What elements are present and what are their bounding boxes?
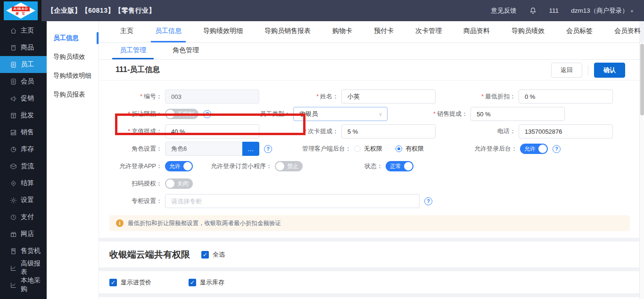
help-icon[interactable]: ? <box>424 197 432 205</box>
user-menu[interactable]: dzm13（商户登录）∨ <box>571 7 634 15</box>
sales-commission-label: *销售提成： <box>388 110 468 118</box>
sidebar-item-goods[interactable]: 商品 <box>0 39 47 56</box>
help-icon[interactable]: ? <box>264 145 272 153</box>
subsidebar-item[interactable]: 员工信息 <box>47 29 99 48</box>
allow-app-toggle[interactable]: 允许 <box>165 161 193 171</box>
subtab-item[interactable]: 员工管理 <box>112 43 154 59</box>
sidebar-item-online-store[interactable]: 网店 <box>0 226 47 242</box>
vertical-scrollbar[interactable] <box>639 42 644 299</box>
recharge-commission-input[interactable] <box>165 124 259 138</box>
employee-type-label: 员工类型： <box>211 110 290 118</box>
sidebar-item-vending-machine[interactable]: 售货机 <box>0 242 47 259</box>
sidebar-item-member[interactable]: 会员 <box>0 73 47 90</box>
radio-icon <box>396 145 402 152</box>
tab-item[interactable]: 员工信息 <box>151 21 186 42</box>
sidebar-item-promotion[interactable]: 促销 <box>0 90 47 107</box>
section-divider <box>99 293 639 297</box>
sidebar-item-wholesale[interactable]: 批发 <box>0 107 47 124</box>
sidebar-item-inventory[interactable]: 库存 <box>0 141 47 158</box>
tab-item[interactable]: 导购绩效明细 <box>199 21 247 42</box>
sidebar-item-label: 货流 <box>21 162 34 170</box>
bell-icon[interactable] <box>529 7 537 15</box>
times-card-commission-input[interactable] <box>341 124 436 138</box>
sidebar-item-settlement[interactable]: 结算 <box>0 175 47 192</box>
aibao-logo[interactable]: AIBAO 爱 宝 <box>4 1 38 20</box>
name-input[interactable] <box>341 89 436 104</box>
sales-icon <box>10 129 17 136</box>
sub-tab-bar: 员工管理 角色管理 <box>99 43 639 60</box>
employee-type-select[interactable]: 收银员∨ <box>293 107 388 121</box>
section-divider <box>99 238 639 242</box>
permission-checkbox[interactable]: ✓ 显示库存 <box>189 278 268 287</box>
cloud-select-all[interactable]: ✓ 全选 <box>201 251 225 259</box>
sidebar-item-sales[interactable]: 销售 <box>0 124 47 141</box>
subsidebar-item[interactable]: 导购员报表 <box>47 85 99 104</box>
sidebar-item-label: 结算 <box>21 179 34 187</box>
sidebar-item-label: 会员 <box>21 77 34 86</box>
allow-app-label: 允许登录APP： <box>109 162 162 170</box>
allow-backend-toggle[interactable]: 允许 <box>520 144 548 154</box>
sidebar-item-home[interactable]: 主页 <box>0 22 47 39</box>
role-label: 角色设置： <box>109 145 162 153</box>
scrollbar-thumb[interactable] <box>640 44 644 115</box>
min-discount-input[interactable] <box>519 89 613 104</box>
role-picker-button[interactable]: … <box>242 142 259 156</box>
sidebar-item-goods-flow[interactable]: 货流 <box>0 158 47 175</box>
message-count[interactable]: 111 <box>549 7 559 14</box>
app-title: 【企业版】【60813】【零售行业】 <box>47 7 156 15</box>
confirm-button[interactable]: 确认 <box>594 63 625 78</box>
page-title: 111-员工信息 <box>116 65 160 75</box>
discount-limit-toggle[interactable]: 不限制 <box>165 109 198 119</box>
section-divider <box>99 267 639 271</box>
subsidebar-item[interactable]: 导购绩效明细 <box>47 66 99 85</box>
sidebar-item-label: 员工 <box>21 60 34 69</box>
sidebar-item-label: 批发 <box>21 111 34 120</box>
help-icon[interactable]: ? <box>553 145 561 153</box>
radio-has-permission[interactable]: 有权限 <box>396 145 424 153</box>
help-icon[interactable]: ? <box>203 110 211 118</box>
subsidebar-item[interactable]: 导购员绩效 <box>47 48 99 66</box>
inventory-icon <box>10 146 17 153</box>
scan-auth-toggle[interactable]: 关闭 <box>165 178 193 189</box>
tab-item[interactable]: 主页 <box>116 21 138 42</box>
phone-input[interactable] <box>519 124 613 138</box>
local-purchase-icon <box>10 282 17 289</box>
tab-item[interactable]: 商品资料 <box>459 21 494 42</box>
sidebar-item-staff[interactable]: 员工 <box>0 56 47 73</box>
allow-miniprogram-toggle[interactable]: 禁止 <box>275 161 303 171</box>
scan-auth-label: 扫码授权： <box>109 179 162 188</box>
tab-item[interactable]: 导购员绩效 <box>507 21 549 42</box>
checkbox-icon: ✓ <box>189 279 196 286</box>
sidebar-item-settings[interactable]: 设置 <box>0 192 47 209</box>
tab-item[interactable]: 会员资料 <box>610 21 644 42</box>
sidebar-item-payment[interactable]: 支付 <box>0 209 47 226</box>
code-input[interactable] <box>165 89 259 104</box>
permission-checkbox[interactable]: ✓ 显示进货价 <box>109 278 189 287</box>
advanced-report-icon <box>10 265 17 272</box>
sidebar-item-local-purchase[interactable]: 本地采购 <box>0 276 47 293</box>
radio-no-permission[interactable]: 无权限 <box>354 145 382 153</box>
chevron-down-icon: ∨ <box>630 9 634 13</box>
cloud-permission-section: 收银端云端共有权限 ✓ 全选 <box>99 242 639 267</box>
cashier-permission-section: 收银端权限 ✓ 全选 <box>99 297 639 299</box>
tab-item[interactable]: 次卡管理 <box>411 21 446 42</box>
sales-commission-input[interactable] <box>471 107 565 121</box>
sidebar-item-label: 商品 <box>21 43 34 52</box>
subtab-item[interactable]: 角色管理 <box>165 43 206 59</box>
counter-input[interactable] <box>165 194 420 208</box>
status-toggle[interactable]: 正常 <box>386 161 413 171</box>
back-button[interactable]: 返回 <box>551 63 582 78</box>
manage-client-label: 管理客户端后台： <box>272 145 351 153</box>
tab-item[interactable]: 购物卡 <box>328 21 356 42</box>
tab-item[interactable]: 预付卡 <box>370 21 398 42</box>
sidebar-item-advanced-report[interactable]: 高级报表 <box>0 259 47 276</box>
tab-item[interactable]: 会员标签 <box>562 21 597 42</box>
cloud-permission-checkboxes: ✓ 显示进货价 ✓ 显示库存 <box>99 271 639 293</box>
allow-backend-label: 允许登录后台： <box>437 145 517 153</box>
discount-notice: i 最低折扣和折让限额都设置，收银取两者最小折扣金额验证 <box>109 215 630 231</box>
feedback-link[interactable]: 意见反馈 <box>491 7 517 15</box>
checkbox-icon: ✓ <box>201 251 209 259</box>
code-label: *编号： <box>109 92 162 101</box>
tab-item[interactable]: 导购员销售报表 <box>260 21 315 42</box>
role-input[interactable] <box>165 142 242 156</box>
